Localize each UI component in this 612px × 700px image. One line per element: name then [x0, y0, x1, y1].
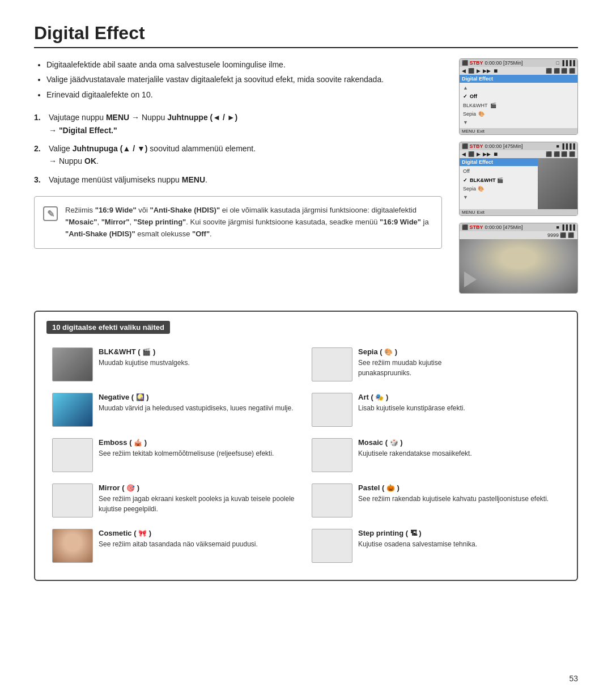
effects-grid: BLK&WHT ( 🎬 ) Muudab kujutise mustvalgek…	[46, 342, 566, 569]
step-1-text: Vajutage nuppu MENU → Nuppu Juhtnuppe (◄…	[49, 111, 237, 137]
left-column: Digitaalefektide abil saate anda oma sal…	[34, 58, 442, 294]
effect-name-cosmetic: Cosmetic ( 🎀 )	[99, 529, 300, 537]
effect-emboss: Emboss ( 🎪 ) See režiim tekitab kolmemõõ…	[46, 432, 306, 478]
intro-bullets: Digitaalefektide abil saate anda oma sal…	[34, 58, 442, 101]
effect-desc-art: Lisab kujutisele kunstipärase efekti.	[358, 403, 560, 413]
cam-bottom-2: MENUExit	[460, 209, 577, 215]
page-number: 53	[569, 674, 578, 683]
step-3: 3. Vajutage menüüst väljumiseks nuppu ME…	[34, 173, 442, 186]
cam-play-icon	[464, 271, 477, 287]
effect-thumb-mirror	[52, 483, 93, 517]
note-box: ✎ Režiimis "16:9 Wide" või "Anti-Shake (…	[34, 196, 442, 248]
effect-thumb-stepprinting	[312, 529, 352, 563]
effect-desc-emboss: See režiim tekitab kolmemõõtmelisuse (re…	[99, 448, 300, 459]
effect-thumb-pastel	[312, 483, 352, 517]
step-1: 1. Vajutage nuppu MENU → Nuppu Juhtnuppe…	[34, 111, 442, 137]
cam-icons-2: ■ ▐▐▐▐	[556, 143, 575, 149]
effect-desc-cosmetic: See režiim aitab tasandada näo väiksemai…	[99, 539, 300, 549]
cam-menu-items-2: Off ✓ BLK&WHT 🎬 Sepia 🎨 ▼	[460, 166, 538, 203]
page-title: Digital Effect	[34, 23, 578, 48]
effect-name-stepprinting: Step printing ( 🏗 )	[358, 529, 560, 537]
cam-screen-1: ⬛ STBY 0:00:00 [375Min] □ ▐▐▐▐ ◀ ⬛ ▶ ▶▶ …	[459, 58, 578, 135]
effect-mirror: Mirror ( 🎯 ) See režiim jagab ekraani ke…	[46, 478, 306, 523]
cam-screen-3: ⬛ STBY 0:00:00 [475Min] ■ ▐▐▐▐ 9999 ⬛ ⬛	[459, 223, 578, 294]
effect-name-mirror: Mirror ( 🎯 )	[99, 483, 300, 492]
effect-desc-negative: Muudab värvid ja heledused vastupidiseks…	[99, 403, 300, 413]
note-icon: ✎	[42, 206, 58, 222]
effect-name-blkwht: BLK&WHT ( 🎬 )	[99, 347, 300, 356]
effect-thumb-negative	[52, 393, 93, 427]
cam-screen-1-topbar: ⬛ STBY 0:00:00 [375Min] □ ▐▐▐▐	[460, 59, 577, 67]
cam-screen-3-topbar: ⬛ STBY 0:00:00 [475Min] ■ ▐▐▐▐	[460, 223, 577, 231]
effect-name-emboss: Emboss ( 🎪 )	[99, 438, 300, 447]
cam-stby-1: ⬛ STBY	[462, 60, 483, 66]
cam-screen-2: ⬛ STBY 0:00:00 [475Min] ■ ▐▐▐▐ ◀ ⬛ ▶ ▶▶ …	[459, 142, 578, 216]
steps-list: 1. Vajutage nuppu MENU → Nuppu Juhtnuppe…	[34, 111, 442, 186]
effect-desc-sepia: See režiim muudab kujutisepunakaspruunik…	[358, 358, 560, 378]
effect-desc-mirror: See režiim jagab ekraani keskelt pooleks…	[99, 494, 300, 514]
effect-name-sepia: Sepia ( 🎨 )	[358, 347, 560, 356]
svg-text:✎: ✎	[47, 209, 54, 219]
cam-icons-3: ■ ▐▐▐▐	[556, 224, 575, 230]
cam-time-2: 0:00:00 [475Min]	[485, 143, 523, 149]
effect-name-pastel: Pastel ( 🎃 )	[358, 483, 560, 492]
effect-thumb-cosmetic	[52, 529, 93, 563]
effect-pastel: Pastel ( 🎃 ) See režiim rakendab kujutis…	[306, 478, 566, 523]
cam-screen-2-body: Digital Effect Off ✓ BLK&WHT 🎬 Sepia 🎨 ▼	[460, 158, 577, 209]
effect-sepia: Sepia ( 🎨 ) See režiim muudab kujutisepu…	[306, 342, 566, 387]
effect-blkwht: BLK&WHT ( 🎬 ) Muudab kujutise mustvalgek…	[46, 342, 306, 387]
effect-thumb-blkwht	[52, 347, 93, 381]
effect-thumb-emboss	[52, 438, 93, 472]
step-2-text: Valige Juhtnupuga (▲ / ▼) soovitud alamm…	[49, 142, 256, 168]
step-3-num: 3.	[34, 173, 44, 186]
cam-time-1: 0:00:00 [375Min]	[485, 60, 523, 66]
cam-stby-3: ⬛ STBY	[462, 224, 483, 230]
cam-toolbar-2: ◀ ⬛ ▶ ▶▶ ⏹ ⬛ ⬛ ⬛ ⬛	[460, 150, 577, 158]
cam-time-3: 0:00:00 [475Min]	[485, 224, 523, 230]
step-2: 2. Valige Juhtnupuga (▲ / ▼) soovitud al…	[34, 142, 442, 168]
effect-thumb-sepia	[312, 347, 352, 381]
effect-name-negative: Negative ( 🎑 )	[99, 393, 300, 401]
step-1-num: 1.	[34, 111, 44, 137]
step-3-text: Vajutage menüüst väljumiseks nuppu MENU.	[49, 173, 207, 186]
effect-desc-mosaic: Kujutisele rakendatakse mosaiikefekt.	[358, 448, 560, 459]
effect-negative: Negative ( 🎑 ) Muudab värvid ja heleduse…	[46, 387, 306, 432]
effect-desc-pastel: See režiim rakendab kujutisele kahvatu p…	[358, 494, 560, 504]
effect-stepprinting: Step printing ( 🏗 ) Kujutise osadena sal…	[306, 523, 566, 569]
cam-icons-1: □ ▐▐▐▐	[556, 60, 575, 66]
effect-desc-blkwht: Muudab kujutise mustvalgeks.	[99, 358, 300, 368]
effect-thumb-art	[312, 393, 352, 427]
cam-toolbar-1: ◀ ⬛ ▶ ▶▶ ⏹ ⬛ ⬛ ⬛ ⬛	[460, 67, 577, 75]
cam-screen-2-topbar: ⬛ STBY 0:00:00 [475Min] ■ ▐▐▐▐	[460, 142, 577, 150]
note-text: Režiimis "16:9 Wide" või "Anti-Shake (HD…	[65, 205, 434, 240]
effects-section-title: 10 digitaalse efekti valiku näited	[46, 321, 170, 334]
cam-preview-2	[538, 158, 577, 209]
step-2-num: 2.	[34, 142, 44, 168]
effect-name-mosaic: Mosaic ( 🎲 )	[358, 438, 560, 447]
effects-section: 10 digitaalse efekti valiku näited BLK&W…	[34, 311, 578, 581]
bullet-2: Valige jäädvustatavale materjalile vasta…	[46, 73, 442, 86]
cam-menu-label-2: Digital Effect	[460, 158, 538, 166]
cam-menu-items-1: ▲ ✓ Off BLK&WHT 🎬 Sepia 🎨 ▼	[460, 83, 577, 128]
cam-menu-label-1: Digital Effect	[460, 75, 577, 83]
bullet-1: Digitaalefektide abil saate anda oma sal…	[46, 58, 442, 71]
bullet-3: Erinevaid digitaalefekte on 10.	[46, 88, 442, 101]
cam-stby-2: ⬛ STBY	[462, 143, 483, 149]
effect-art: Art ( 🎭 ) Lisab kujutisele kunstipärase …	[306, 387, 566, 432]
effect-thumb-mosaic	[312, 438, 352, 472]
cam-preview-3	[460, 239, 577, 293]
effect-desc-stepprinting: Kujutise osadena salvestamise tehnika.	[358, 539, 560, 549]
effect-mosaic: Mosaic ( 🎲 ) Kujutisele rakendatakse mos…	[306, 432, 566, 478]
cam-counter-3: 9999 ⬛ ⬛	[460, 231, 577, 239]
camera-screens: ⬛ STBY 0:00:00 [375Min] □ ▐▐▐▐ ◀ ⬛ ▶ ▶▶ …	[459, 58, 578, 294]
effect-name-art: Art ( 🎭 )	[358, 393, 560, 401]
effect-cosmetic: Cosmetic ( 🎀 ) See režiim aitab tasandad…	[46, 523, 306, 569]
cam-bottom-1: MENUExit	[460, 128, 577, 134]
